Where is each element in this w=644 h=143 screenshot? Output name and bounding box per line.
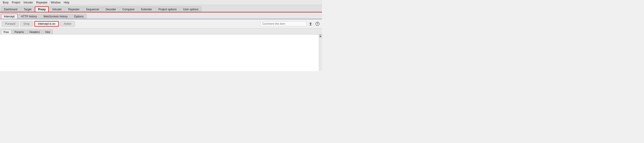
toolbar: Forward Drop Intercept is on Action ? <box>0 19 322 28</box>
toolbar-right: ? <box>260 21 320 26</box>
help-icon[interactable]: ? <box>315 21 320 26</box>
menu-project[interactable]: Project <box>10 1 22 4</box>
tab-repeater[interactable]: Repeater <box>65 6 82 12</box>
content-tab-headers[interactable]: Headers <box>27 30 42 34</box>
scrollbar[interactable]: ▲ <box>319 34 322 71</box>
menu-intruder[interactable]: Intruder <box>22 1 34 4</box>
tab-intruder[interactable]: Intruder <box>49 6 64 12</box>
toolbar-left: Forward Drop Intercept is on Action <box>2 21 260 26</box>
tab-decoder[interactable]: Decoder <box>102 6 119 12</box>
tab-extender[interactable]: Extender <box>138 6 155 12</box>
action-button[interactable]: Action <box>60 21 75 26</box>
subtab-websockets-history[interactable]: WebSockets history <box>40 14 71 19</box>
sub-tab-bar: Intercept HTTP history WebSockets histor… <box>0 12 322 19</box>
menu-help[interactable]: Help <box>62 1 71 4</box>
subtab-options[interactable]: Options <box>71 14 86 19</box>
save-icon[interactable] <box>308 21 313 26</box>
scroll-up-button[interactable]: ▲ <box>319 34 322 38</box>
tab-dashboard[interactable]: Dashboard <box>1 6 20 12</box>
drop-button[interactable]: Drop <box>20 21 33 26</box>
content-area: ▲ <box>0 34 322 71</box>
tab-proxy[interactable]: Proxy <box>35 6 49 12</box>
content-tab-bar: Raw Params Headers Hex <box>0 28 322 34</box>
menu-burp[interactable]: Burp <box>1 1 10 4</box>
tab-target[interactable]: Target <box>21 6 34 12</box>
tab-comparer[interactable]: Comparer <box>120 6 138 12</box>
content-body <box>0 34 319 71</box>
subtab-intercept[interactable]: Intercept <box>1 14 18 19</box>
forward-button[interactable]: Forward <box>2 21 19 26</box>
main-tab-bar: Dashboard Target Proxy Intruder Repeater… <box>0 5 322 12</box>
tab-user-options[interactable]: User options <box>180 6 201 12</box>
subtab-http-history[interactable]: HTTP history <box>18 14 40 19</box>
content-tab-raw[interactable]: Raw <box>1 30 12 34</box>
svg-text:?: ? <box>316 22 318 26</box>
intercept-toggle-button[interactable]: Intercept is on <box>34 21 59 26</box>
tab-project-options[interactable]: Project options <box>156 6 180 12</box>
content-tab-hex[interactable]: Hex <box>43 30 53 34</box>
comment-input[interactable] <box>260 21 306 26</box>
tab-sequencer[interactable]: Sequencer <box>83 6 102 12</box>
menu-bar: Burp Project Intruder Repeater Window He… <box>0 0 322 5</box>
menu-window[interactable]: Window <box>49 1 62 4</box>
menu-repeater[interactable]: Repeater <box>35 1 49 4</box>
content-tab-params[interactable]: Params <box>12 30 26 34</box>
